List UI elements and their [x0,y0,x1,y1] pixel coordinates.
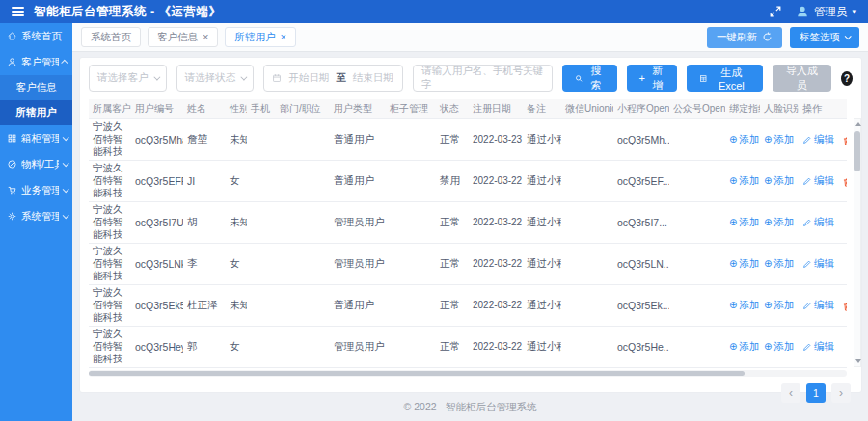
sidebar-item-business[interactable]: 业务管理 [0,177,72,203]
edit-link[interactable]: 编辑 [802,299,834,312]
cell-unionid [561,201,613,243]
next-page-button[interactable]: › [831,383,851,403]
close-icon[interactable]: × [280,32,285,42]
status-select[interactable]: 请选择状态 [176,65,255,92]
table-row: 宁波久佰特智能科技 ocQ3r5Mha8... 詹堃 未知 普通用户 正常 20… [89,118,847,160]
horizontal-scroll-thumb[interactable] [89,371,745,376]
sidebar: 系统首页 客户管理 客户信息 所辖用户 箱柜管理 物料/工具 [0,23,72,421]
chevron-down-icon [845,33,852,39]
pencil-icon [802,259,812,269]
menu-collapse-icon[interactable] [12,7,24,16]
date-range-picker[interactable]: 开始日期 至 结束日期 [263,65,403,92]
prev-page-button[interactable]: ‹ [781,383,800,403]
add-face-link[interactable]: ⊕添加 [764,299,794,312]
tab-customer-info[interactable]: 客户信息 × [148,27,218,47]
sidebar-item-home[interactable]: 系统首页 [0,23,72,49]
sidebar-item-cabinets[interactable]: 箱柜管理 [0,125,72,151]
cell-name: 胡 [183,201,226,243]
cell-mp-openid [669,160,725,201]
sidebar-subitem-customer-info[interactable]: 客户信息 [0,75,72,100]
add-fingerprint-link[interactable]: ⊕添加 [729,216,759,229]
add-face-link[interactable]: ⊕添加 [764,340,794,354]
scroll-down-arrow[interactable] [855,359,861,363]
horizontal-scrollbar[interactable] [89,370,847,377]
cell-cabinet [386,201,436,243]
edit-link[interactable]: 编辑 [802,174,834,188]
cell-cabinet [386,326,436,367]
chevron-down-icon [63,186,69,193]
customer-select[interactable]: 请选择客户 [89,65,167,92]
add-fingerprint-link[interactable]: ⊕添加 [729,340,759,354]
keyword-input[interactable]: 请输入用户名、手机号关键字 [413,65,553,92]
user-menu[interactable]: 管理员 ▾ [796,5,856,19]
cell-user-no: ocQ3r5Ek58... [131,284,183,326]
sidebar-item-system[interactable]: 系统管理 [0,203,72,229]
add-circle-icon: ⊕ [729,342,737,352]
user-icon [7,57,17,67]
tab-home[interactable]: 系统首页 [81,27,141,47]
generate-excel-button[interactable]: 生成Excel [687,65,762,92]
add-fingerprint-link[interactable]: ⊕添加 [729,257,759,271]
delete-icon[interactable] [842,302,847,312]
tag-options-button[interactable]: 标签选项 [790,27,859,48]
sidebar-item-customers[interactable]: 客户管理 [0,49,72,75]
content-card: 请选择客户 请选择状态 开始日期 至 结束日期 请输入用户名、手机号关键字 [80,58,861,392]
help-icon[interactable]: ? [841,71,853,86]
cell-name: 李 [183,243,226,284]
add-fingerprint-link[interactable]: ⊕添加 [729,133,759,146]
fullscreen-icon[interactable] [769,5,782,18]
col-cabinet: 柜子管理 [386,99,436,118]
delete-icon[interactable] [842,177,847,188]
close-icon[interactable]: × [203,32,208,42]
cell-user-type: 普通用户 [330,160,386,201]
cell-user-no: ocQ3r5Mha8... [131,118,183,160]
cell-reg-date: 2022-03-22 [469,284,523,326]
add-face-link[interactable]: ⊕添加 [764,133,794,146]
add-fingerprint-link[interactable]: ⊕添加 [729,299,759,312]
cell-remark: 通过小程序申... [523,243,561,284]
chevron-down-icon [63,160,69,167]
pencil-icon [802,218,812,227]
edit-link[interactable]: 编辑 [802,257,834,271]
vertical-scrollbar[interactable] [854,118,861,367]
edit-link[interactable]: 编辑 [802,216,834,229]
cell-phone [247,160,276,201]
cell-dept [276,201,330,243]
add-fingerprint-link[interactable]: ⊕添加 [729,174,759,188]
edit-link[interactable]: 编辑 [802,340,834,354]
pencil-icon [802,135,812,145]
tab-managed-users[interactable]: 所辖用户 × [225,27,295,47]
refresh-all-button[interactable]: 一键刷新 [707,27,782,48]
cell-reg-date: 2022-03-23 [469,118,523,160]
scroll-up-arrow[interactable] [855,122,861,126]
sidebar-subitem-managed-users[interactable]: 所辖用户 [0,100,72,125]
tag-options-label: 标签选项 [800,31,840,44]
col-phone: 手机 [247,99,276,118]
col-gender: 性别 [226,99,247,118]
delete-icon[interactable] [842,136,847,146]
cell-remark: 通过小程序申... [523,201,561,243]
vertical-scroll-thumb[interactable] [854,131,860,171]
cell-reg-date: 2022-03-22 [469,243,523,284]
search-button[interactable]: 搜索 [562,65,617,92]
cell-user-no: ocQ3r5EFFC... [131,160,183,201]
cell-status: 正常 [436,284,469,326]
add-circle-icon: ⊕ [764,301,772,310]
add-button[interactable]: + 新增 [627,65,678,92]
cell-remark: 通过小程序申... [523,118,561,160]
add-face-link[interactable]: ⊕添加 [764,257,794,271]
pencil-icon [802,176,812,186]
edit-link[interactable]: 编辑 [802,133,834,146]
add-face-link[interactable]: ⊕添加 [764,216,794,229]
cell-phone [247,201,276,243]
sidebar-item-materials[interactable]: 物料/工具 [0,151,72,177]
cell-mini-openid: ocQ3r5LN... [613,243,669,284]
add-face-link[interactable]: ⊕添加 [764,174,794,188]
page-1-button[interactable]: 1 [806,383,826,403]
cell-user-type: 管理员用户 [330,326,386,367]
pencil-icon [802,342,812,352]
app-title: 智能柜后台管理系统 - 《运营端》 [34,4,222,20]
cell-customer: 宁波久佰特智能科技 [89,326,131,367]
add-label: 新增 [650,64,665,92]
import-members-button[interactable]: 导入成员 [773,65,831,92]
